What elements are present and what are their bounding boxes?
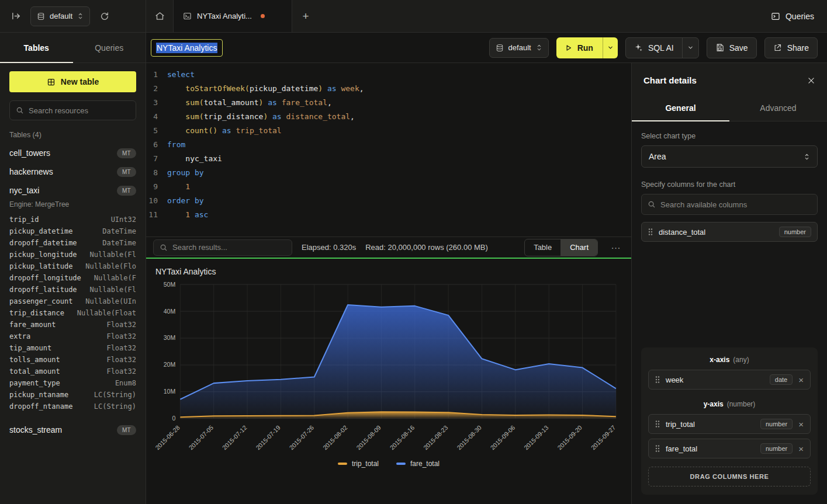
table-view-button[interactable]: Table <box>525 239 560 256</box>
column-row[interactable]: pickup_latitudeNullable(Flo <box>9 260 136 272</box>
database-icon <box>37 12 45 20</box>
remove-column-button[interactable]: × <box>798 444 804 454</box>
code-line[interactable]: 1select <box>146 68 631 82</box>
legend-item[interactable]: fare_total <box>396 460 440 468</box>
code-line[interactable]: 8group by <box>146 166 631 180</box>
column-row[interactable]: dropoff_datetimeDateTime <box>9 237 136 249</box>
table-row[interactable]: nyc_taxiMT <box>9 181 136 200</box>
legend-swatch-icon <box>338 463 347 465</box>
y-axis-column-row[interactable]: trip_totalnumber× <box>648 414 811 434</box>
column-row[interactable]: dropoff_ntanameLC(String) <box>9 401 136 412</box>
column-name: pickup_latitude <box>9 262 72 270</box>
column-row[interactable]: trip_idUInt32 <box>9 214 136 225</box>
code-line[interactable]: 9 1 <box>146 180 631 194</box>
collapse-sidebar-button[interactable] <box>7 8 25 25</box>
table-row[interactable]: hackernewsMT <box>9 162 136 181</box>
share-button[interactable]: Share <box>765 43 817 53</box>
refresh-button[interactable] <box>96 8 113 25</box>
column-row[interactable]: pickup_datetimeDateTime <box>9 225 136 237</box>
legend-swatch-icon <box>396 463 406 465</box>
queries-button[interactable]: Queries <box>771 12 814 21</box>
column-search-input[interactable] <box>660 200 811 209</box>
column-type: Nullable(Float <box>77 309 136 317</box>
chart-view-button[interactable]: Chart <box>560 239 597 256</box>
tab-nytaxi-analytics[interactable]: NYTaxi Analyti... <box>173 0 292 32</box>
svg-text:2015-06-28: 2015-06-28 <box>154 424 181 451</box>
save-button-label: Save <box>729 43 748 53</box>
code-line[interactable]: 10order by <box>146 194 631 208</box>
table-row[interactable]: cell_towersMT <box>9 144 136 162</box>
column-type-badge: number <box>760 419 793 429</box>
home-button[interactable] <box>146 0 173 32</box>
sqlai-button[interactable]: SQL AI <box>626 43 682 53</box>
column-row[interactable]: pickup_ntanameLC(String) <box>9 389 136 401</box>
code-line[interactable]: 4 sum(trip_distance) as distance_total, <box>146 110 631 124</box>
code-line[interactable]: 6from <box>146 138 631 152</box>
column-name: distance_total <box>659 228 705 237</box>
remove-column-button[interactable]: × <box>798 375 804 385</box>
refresh-icon <box>100 12 109 21</box>
table-row[interactable]: stocks_streamMT <box>9 420 136 439</box>
column-name: pickup_ntaname <box>9 391 68 399</box>
database-selector[interactable]: default <box>30 6 90 26</box>
save-button[interactable]: Save <box>707 43 756 53</box>
chart-type-select[interactable]: Area <box>641 145 818 168</box>
svg-text:2015-07-05: 2015-07-05 <box>187 424 214 451</box>
svg-text:2015-09-13: 2015-09-13 <box>523 424 550 451</box>
svg-text:20M: 20M <box>164 361 176 368</box>
columns-list: trip_idUInt32pickup_datetimeDateTimedrop… <box>9 214 136 412</box>
code-line[interactable]: 11 1 asc <box>146 208 631 222</box>
column-row[interactable]: dropoff_longitudeNullable(F <box>9 272 136 284</box>
run-options-button[interactable] <box>603 37 618 58</box>
y-axis-column-row[interactable]: fare_totalnumber× <box>648 439 811 458</box>
chart-svg[interactable]: 2015-06-282015-07-052015-07-122015-07-19… <box>153 279 624 460</box>
new-tab-button[interactable]: + <box>292 0 319 32</box>
column-row[interactable]: tolls_amountFloat32 <box>9 354 136 366</box>
results-more-button[interactable]: … <box>607 240 624 255</box>
chart-details-tabs: General Advanced <box>632 95 827 121</box>
svg-text:30M: 30M <box>164 334 176 341</box>
code-line[interactable]: 3 sum(total_amount) as fare_total, <box>146 96 631 110</box>
run-button[interactable]: Run <box>556 37 603 58</box>
chart-type-label: Select chart type <box>641 132 818 140</box>
x-axis-column-row[interactable]: weekdate× <box>648 370 811 390</box>
line-number: 6 <box>146 138 167 152</box>
column-row[interactable]: extraFloat32 <box>9 331 136 342</box>
column-row[interactable]: total_amountFloat32 <box>9 366 136 377</box>
table-engine-badge: MT <box>117 425 136 435</box>
column-row[interactable]: trip_distanceNullable(Float <box>9 307 136 319</box>
sidebar-tab-queries[interactable]: Queries <box>73 33 146 62</box>
sidebar-tab-tables[interactable]: Tables <box>0 33 73 62</box>
column-row[interactable]: tip_amountFloat32 <box>9 342 136 354</box>
sql-editor[interactable]: 1select2 toStartOfWeek(pickup_datetime) … <box>146 63 631 237</box>
sidebar-body: New table Tables (4) cell_towersMThacker… <box>0 63 146 504</box>
close-icon: × <box>798 444 804 454</box>
table-name: hackernews <box>9 167 53 176</box>
available-columns-list: distance_totalnumber <box>641 222 818 242</box>
tab-general[interactable]: General <box>632 95 729 121</box>
tab-advanced[interactable]: Advanced <box>729 95 827 121</box>
column-row[interactable]: dropoff_latitudeNullable(Fl <box>9 284 136 296</box>
drag-columns-dropzone[interactable]: DRAG COLUMNS HERE <box>648 467 811 486</box>
available-column-row[interactable]: distance_totalnumber <box>641 222 818 242</box>
column-row[interactable]: fare_amountFloat32 <box>9 319 136 331</box>
column-type: Nullable(F <box>94 274 136 282</box>
chart-title: NYTaxi Analytics <box>146 259 631 279</box>
column-row[interactable]: passenger_countNullable(UIn <box>9 296 136 307</box>
legend-item[interactable]: trip_total <box>338 460 379 468</box>
code-line[interactable]: 5 count() as trip_total <box>146 124 631 138</box>
query-title-input[interactable]: NYTaxi Analytics <box>151 39 223 57</box>
code-line[interactable]: 2 toStartOfWeek(pickup_datetime) as week… <box>146 82 631 96</box>
column-row[interactable]: payment_typeEnum8 <box>9 377 136 389</box>
column-type: Float32 <box>106 344 136 352</box>
remove-column-button[interactable]: × <box>798 419 804 429</box>
results-search-input[interactable] <box>172 243 286 252</box>
table-name: nyc_taxi <box>9 186 39 195</box>
column-row[interactable]: pickup_longitudeNullable(Fl <box>9 249 136 260</box>
code-line[interactable]: 7 nyc_taxi <box>146 152 631 166</box>
query-database-selector[interactable]: default <box>489 38 549 58</box>
sqlai-options-button[interactable] <box>682 38 698 58</box>
new-table-button[interactable]: New table <box>9 71 136 92</box>
resource-search-input[interactable] <box>29 106 132 115</box>
close-panel-button[interactable] <box>807 77 815 85</box>
